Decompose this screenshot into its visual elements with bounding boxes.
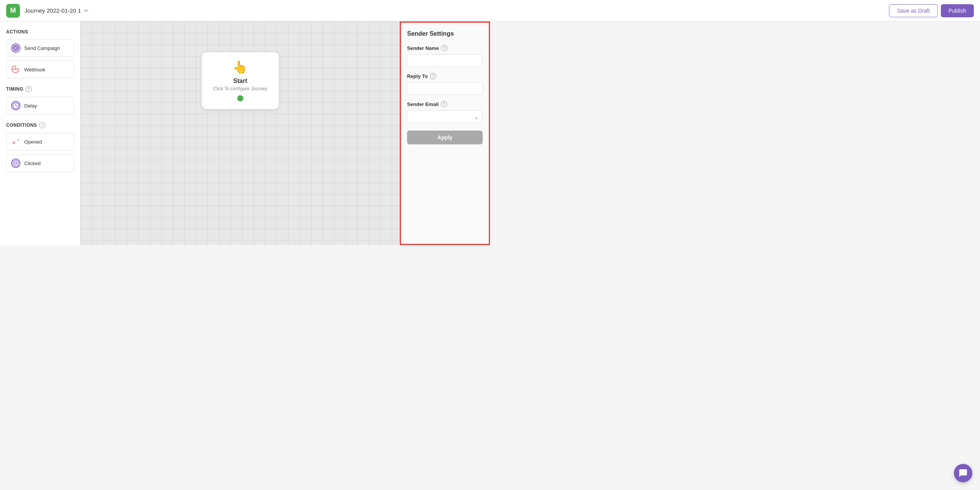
- conditions-label: CONDITIONS: [6, 122, 37, 128]
- sidebar: ACTIONS Send Campaign: [0, 22, 81, 245]
- timing-section: TIMING ? Delay: [6, 86, 74, 114]
- clicked-label: Clicked: [24, 161, 41, 166]
- reply-to-label-text: Reply To: [407, 73, 428, 79]
- start-node-subtitle: Click To configure Journey: [213, 86, 267, 91]
- x-mark-icon: ✕: [12, 140, 16, 146]
- timing-label: TIMING: [6, 86, 23, 92]
- header-left: M Journey 2022-01-20 1 ✏: [6, 4, 89, 18]
- app-header: M Journey 2022-01-20 1 ✏ Save as Draft P…: [0, 0, 490, 22]
- panel-title: Sender Settings: [407, 30, 483, 37]
- timing-section-title: TIMING ?: [6, 86, 74, 92]
- sender-name-help-icon[interactable]: ?: [441, 45, 447, 51]
- reply-to-label: Reply To ?: [407, 73, 483, 79]
- delay-icon: [11, 101, 20, 110]
- sender-name-label-text: Sender Name: [407, 45, 439, 51]
- app-logo: M: [6, 4, 20, 18]
- conditions-section: CONDITIONS ? ✕ ✓ Opened Clicked: [6, 122, 74, 172]
- conditions-section-title: CONDITIONS ?: [6, 122, 74, 128]
- delay-label: Delay: [24, 103, 37, 109]
- check-mark-icon: ✓: [17, 137, 20, 142]
- journey-canvas[interactable]: 👆 Start Click To configure Journey: [81, 22, 400, 245]
- sender-name-field-group: Sender Name ?: [407, 45, 483, 73]
- start-node-icon: 👆: [213, 60, 267, 74]
- opened-label: Opened: [24, 139, 42, 145]
- sender-email-select-wrapper: [407, 110, 483, 123]
- sender-email-select[interactable]: [407, 110, 483, 123]
- sender-email-label-text: Sender Email: [407, 101, 439, 107]
- sidebar-item-opened[interactable]: ✕ ✓ Opened: [6, 133, 74, 151]
- edit-icon[interactable]: ✏: [84, 8, 89, 14]
- start-node-connector: [237, 95, 243, 101]
- send-campaign-label: Send Campaign: [24, 45, 60, 51]
- actions-section-title: ACTIONS: [6, 29, 74, 35]
- sidebar-item-webhook[interactable]: Webhook: [6, 61, 74, 78]
- svg-point-4: [15, 162, 17, 164]
- send-campaign-icon: [11, 43, 20, 53]
- sender-email-label: Sender Email ?: [407, 101, 483, 107]
- main-layout: ACTIONS Send Campaign: [0, 22, 490, 245]
- actions-label: ACTIONS: [6, 29, 28, 35]
- sidebar-item-delay[interactable]: Delay: [6, 97, 74, 114]
- sender-name-label: Sender Name ?: [407, 45, 483, 51]
- svg-point-0: [13, 45, 19, 51]
- svg-point-3: [13, 161, 19, 166]
- journey-title: Journey 2022-01-20 1 ✏: [25, 7, 89, 14]
- webhook-label: Webhook: [24, 67, 45, 73]
- sender-email-field-group: Sender Email ?: [407, 101, 483, 123]
- clicked-icon: [11, 159, 20, 168]
- journey-title-text: Journey 2022-01-20 1: [25, 7, 81, 14]
- webhook-icon: [11, 65, 20, 74]
- sidebar-item-send-campaign[interactable]: Send Campaign: [6, 39, 74, 57]
- reply-to-field-group: Reply To ?: [407, 73, 483, 101]
- start-node-title: Start: [213, 78, 267, 84]
- opened-icon: ✕ ✓: [11, 137, 20, 146]
- sender-email-help-icon[interactable]: ?: [441, 101, 447, 107]
- reply-to-help-icon[interactable]: ?: [430, 73, 436, 79]
- actions-section: ACTIONS Send Campaign: [6, 29, 74, 78]
- sidebar-item-clicked[interactable]: Clicked: [6, 154, 74, 172]
- sender-name-input[interactable]: [407, 54, 483, 67]
- sender-settings-panel: Sender Settings Sender Name ? Reply To ?…: [400, 22, 490, 245]
- svg-point-1: [15, 47, 17, 49]
- start-node[interactable]: 👆 Start Click To configure Journey: [202, 52, 279, 109]
- reply-to-input[interactable]: [407, 82, 483, 95]
- timing-help-icon[interactable]: ?: [26, 86, 32, 92]
- conditions-help-icon[interactable]: ?: [39, 122, 45, 128]
- apply-button[interactable]: Apply: [407, 131, 483, 144]
